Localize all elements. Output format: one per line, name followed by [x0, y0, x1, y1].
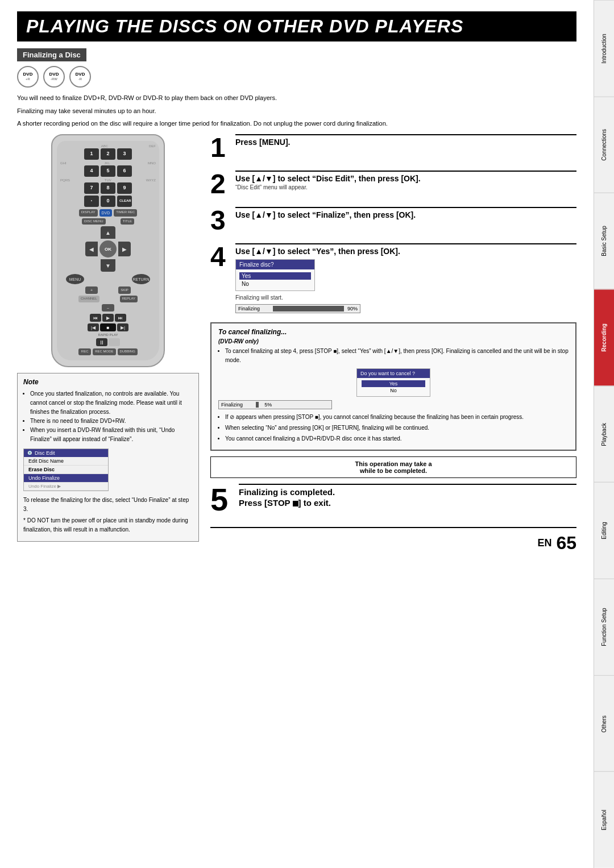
remote-btn-clear[interactable]: CLEAR	[117, 196, 132, 207]
stop-icon	[293, 501, 298, 506]
en-label: EN	[537, 537, 551, 549]
remote-btn-pause[interactable]: ⏸	[96, 338, 107, 346]
intro-line2: Finalizing may take several minutes up t…	[17, 106, 576, 116]
remote-btn-0[interactable]: 0	[101, 196, 115, 207]
page-title: PLAYING THE DISCS ON OTHER DVD PLAYERS	[17, 11, 576, 41]
remote-btn-minus[interactable]: –	[102, 304, 114, 312]
step-5-sub: Press [STOP ] to exit.	[239, 498, 576, 508]
remote-btn-forward[interactable]: ⏭	[115, 314, 126, 322]
tab-function-setup[interactable]: Function Setup	[594, 579, 614, 675]
finalize-no-option: No	[239, 280, 311, 288]
remote-btn-dot[interactable]: ·	[84, 196, 99, 207]
step-4: 4 Use [▲/▼] to select “Yes”, then press …	[210, 243, 576, 313]
remote-btn-disc-menu[interactable]: DISC MENU	[82, 218, 106, 225]
step-1-title: Press [MENU].	[235, 138, 576, 147]
tab-recording[interactable]: Recording	[594, 289, 614, 386]
remote-btn-next[interactable]: ▶|	[117, 323, 128, 331]
operation-note-line2: while to be completed.	[218, 467, 569, 474]
finalize-dialog: Finalize disc? Yes No	[235, 259, 315, 291]
step-2: 2 Use [▲/▼] to select “Disc Edit”, then …	[210, 171, 576, 198]
cancel-dialog-body: Yes No	[357, 378, 430, 396]
tab-basic-setup[interactable]: Basic Setup	[594, 193, 614, 289]
remote-btn-2[interactable]: 2	[101, 148, 115, 160]
intro-line1: You will need to finalize DVD+R, DVD-RW …	[17, 93, 576, 103]
dpad-left[interactable]: ◀	[85, 242, 98, 256]
cancel-box-subtitle: (DVD-RW only)	[218, 338, 569, 344]
dvd-minus-r-badge: DVD -R	[69, 66, 91, 88]
remote-btn-dvd[interactable]: DVD	[99, 209, 113, 217]
side-tabs: Introduction Connections Basic Setup Rec…	[594, 0, 614, 868]
remote-btn-5[interactable]: 5	[101, 165, 115, 177]
step-5-number: 5	[210, 484, 232, 516]
progress-bar-fill	[273, 306, 344, 312]
tab-others[interactable]: Others	[594, 675, 614, 772]
warning-text: * DO NOT turn the power off or place uni…	[23, 516, 193, 534]
cancel-dialog: Do you want to cancel ? Yes No	[356, 368, 430, 397]
step-2-sub: “Disc Edit” menu will appear.	[235, 184, 576, 190]
remote-btn-prev[interactable]: |◀	[88, 323, 99, 331]
page-number: 65	[556, 533, 576, 554]
operation-note-line1: This operation may take a	[218, 460, 569, 467]
disc-edit-menu: 💿 Disc Edit Edit Disc Name Erase Disc Un…	[23, 448, 109, 491]
dpad-right[interactable]: ▶	[118, 242, 131, 256]
cancel-progress-container: Finalizing 5%	[218, 400, 332, 409]
step-1-number: 1	[210, 134, 229, 161]
tab-espanol[interactable]: Español	[594, 771, 614, 868]
remote-btn-1[interactable]: 1	[84, 148, 99, 160]
remote-btn-9[interactable]: 9	[117, 182, 132, 194]
tab-playback[interactable]: Playback	[594, 386, 614, 483]
disc-edit-row-4: Undo Finalize ▶	[24, 483, 108, 491]
step-1: 1 Press [MENU].	[210, 134, 576, 161]
remote-btn-menu[interactable]: MENU	[66, 274, 84, 284]
remote-btn-plus[interactable]: +	[85, 286, 98, 294]
disc-edit-header: 💿 Disc Edit	[24, 449, 108, 457]
step-1-content: Press [MENU].	[235, 134, 576, 148]
cancel-bullet-2: If ⊘ appears when pressing [STOP ■], you…	[225, 413, 569, 422]
operation-note: This operation may take a while to be co…	[210, 456, 576, 478]
step-2-content: Use [▲/▼] to select “Disc Edit”, then pr…	[235, 171, 576, 190]
remote-control: ABCDEF 1 2 3 GHIJKLMNO 4 5	[51, 134, 165, 368]
step-3-number: 3	[210, 207, 229, 234]
dpad-ok[interactable]: OK	[99, 240, 117, 258]
cancel-bullet-3: When selecting “No” and pressing [OK] or…	[225, 423, 569, 433]
remote-btn-stop[interactable]: ■	[100, 323, 116, 331]
remote-btn-title[interactable]: TITLE	[121, 218, 134, 225]
remote-dpad: ▲ ▼ ◀ ▶ OK	[85, 226, 131, 272]
finalize-yes-option: Yes	[239, 272, 311, 280]
remote-btn-channel-label: CHANNEL	[78, 296, 99, 302]
remote-btn-replay[interactable]: REPLAY	[120, 296, 138, 302]
step-5-content: Finalizing is completed. Press [STOP ] t…	[239, 484, 576, 509]
cancel-bullet-1: To cancel finalizing at step 4, press [S…	[225, 347, 569, 365]
cancel-bullet-list: To cancel finalizing at step 4, press [S…	[218, 347, 569, 365]
remote-btn-rec-mode[interactable]: REC MODE	[93, 348, 115, 355]
cancel-bullet-4: You cannot cancel finalizing a DVD+R/DVD…	[225, 434, 569, 443]
remote-btn-display[interactable]: DISPLAY	[79, 209, 98, 217]
dvd-plus-r-badge: DVD +R	[17, 66, 39, 88]
remote-btn-rewind[interactable]: ⏮	[90, 314, 101, 322]
remote-btn-dubbing[interactable]: DUBBING	[118, 348, 138, 355]
cancel-extra-bullets: If ⊘ appears when pressing [STOP ■], you…	[218, 413, 569, 443]
remote-btn-skip[interactable]: SKIP	[118, 286, 131, 294]
note-box: Note Once you started finalization, no c…	[17, 373, 199, 542]
remote-btn-3[interactable]: 3	[117, 148, 132, 160]
dpad-up[interactable]: ▲	[101, 226, 115, 239]
remote-btn-rec[interactable]: REC	[78, 348, 91, 355]
remote-btn-8[interactable]: 8	[101, 182, 115, 194]
remote-btn-7[interactable]: 7	[84, 182, 99, 194]
finalizing-start-text: Finalizing will start.	[235, 294, 576, 301]
tab-connections[interactable]: Connections	[594, 97, 614, 193]
step-3: 3 Use [▲/▼] to select “Finalize”, then p…	[210, 207, 576, 234]
disc-edit-row-1: Edit Disc Name	[24, 457, 108, 466]
cancel-box-title: To cancel finalizing...	[218, 328, 569, 336]
dpad-down[interactable]: ▼	[101, 259, 115, 272]
remote-btn-play-small[interactable]: ▶	[102, 314, 114, 322]
remote-btn-return[interactable]: RETURN	[132, 274, 150, 284]
remote-btn-4[interactable]: 4	[84, 165, 99, 177]
step-2-title: Use [▲/▼] to select “Disc Edit”, then pr…	[235, 174, 576, 183]
remote-btn-6[interactable]: 6	[117, 165, 132, 177]
step-3-title: Use [▲/▼] to select “Finalize”, then pre…	[235, 210, 576, 219]
remote-btn-timer-rec[interactable]: TIMER REC	[114, 209, 137, 217]
tab-editing[interactable]: Editing	[594, 482, 614, 579]
tab-introduction[interactable]: Introduction	[594, 0, 614, 97]
bottom-bar: EN 65	[210, 527, 576, 554]
